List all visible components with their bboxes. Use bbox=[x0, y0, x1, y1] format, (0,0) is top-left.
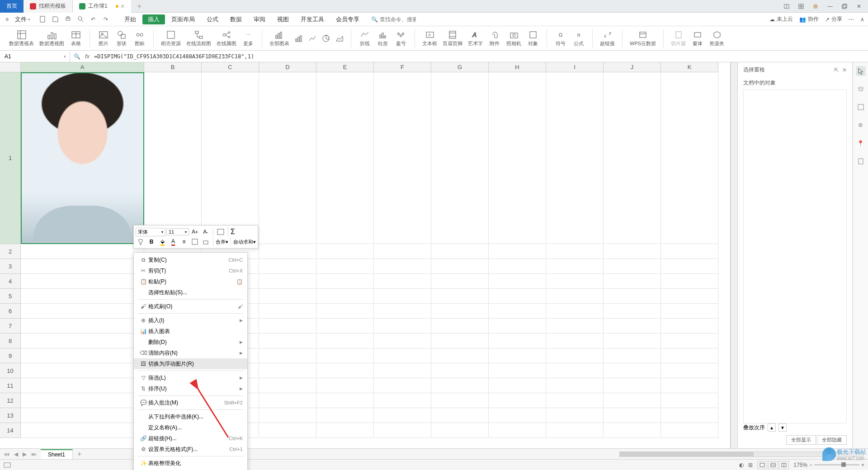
cell[interactable] bbox=[21, 274, 144, 289]
sparkline-winloss[interactable]: 盈亏 bbox=[392, 28, 410, 48]
cell[interactable] bbox=[259, 378, 316, 393]
col-D[interactable]: D bbox=[259, 62, 316, 72]
cell[interactable] bbox=[546, 378, 604, 393]
cell[interactable] bbox=[604, 244, 661, 259]
cell[interactable] bbox=[21, 393, 144, 408]
camera[interactable]: 照相机 bbox=[504, 28, 524, 48]
cell[interactable] bbox=[259, 348, 316, 363]
bring-forward[interactable]: ▲ bbox=[768, 423, 776, 432]
cell[interactable] bbox=[489, 408, 546, 423]
ctx-[interactable]: 📊插入图表 bbox=[134, 326, 247, 337]
row-5[interactable]: 5 bbox=[0, 289, 21, 304]
cell[interactable] bbox=[661, 334, 718, 348]
chart1[interactable] bbox=[292, 32, 306, 45]
cell[interactable] bbox=[21, 363, 144, 378]
symbol[interactable]: Ω符号 bbox=[552, 28, 570, 48]
layers-icon[interactable] bbox=[856, 84, 866, 94]
hide-all-button[interactable]: 全部隐藏 bbox=[817, 435, 847, 445]
cell[interactable] bbox=[604, 259, 661, 274]
ctx-T[interactable]: ✂剪切(T)Ctrl+X bbox=[134, 265, 247, 276]
cell[interactable] bbox=[259, 304, 316, 319]
cell[interactable] bbox=[259, 423, 316, 438]
cell[interactable] bbox=[202, 72, 259, 244]
col-F[interactable]: F bbox=[374, 62, 431, 72]
tab-dev[interactable]: 开发工具 bbox=[295, 13, 330, 26]
cell[interactable] bbox=[259, 72, 316, 244]
ctx-H[interactable]: 🔗超链接(H)...Ctrl+K bbox=[134, 433, 247, 444]
cell[interactable] bbox=[489, 363, 546, 378]
cell[interactable] bbox=[546, 72, 604, 244]
cell[interactable] bbox=[546, 423, 604, 438]
pivot-chart[interactable]: 数据透视图 bbox=[37, 28, 67, 48]
autosum-dropdown[interactable]: 自动求和▾ bbox=[233, 237, 256, 246]
cell[interactable] bbox=[661, 274, 718, 289]
selected-cell-A1[interactable] bbox=[21, 72, 144, 244]
cell[interactable] bbox=[604, 289, 661, 304]
undo-icon[interactable]: ↶ bbox=[89, 15, 97, 24]
row-2[interactable]: 2 bbox=[0, 244, 21, 259]
wordart[interactable]: A艺术字 bbox=[465, 28, 486, 48]
pivot-table[interactable]: 数据透视表 bbox=[6, 28, 37, 48]
ctx-N[interactable]: ⌫清除内容(N)▶ bbox=[134, 348, 247, 358]
cell[interactable] bbox=[374, 378, 431, 393]
flowchart[interactable]: 在线流程图 bbox=[184, 28, 214, 48]
cell[interactable] bbox=[374, 334, 431, 348]
cell[interactable] bbox=[604, 304, 661, 319]
ctx-S[interactable]: 选择性粘贴(S)... bbox=[134, 287, 247, 298]
cell[interactable] bbox=[374, 289, 431, 304]
object[interactable]: 对象 bbox=[524, 28, 542, 48]
name-box[interactable]: A1 bbox=[0, 51, 70, 62]
collapse-ribbon[interactable]: ∧ bbox=[860, 16, 864, 23]
cell[interactable] bbox=[489, 348, 546, 363]
minimize-button[interactable]: — bbox=[824, 1, 836, 12]
normal-view[interactable] bbox=[757, 461, 767, 469]
sheet-tab[interactable]: Sheet1 bbox=[41, 449, 73, 459]
row-3[interactable]: 3 bbox=[0, 259, 21, 274]
mindmap[interactable]: 在线脑图 bbox=[214, 28, 239, 48]
grid-icon[interactable] bbox=[795, 1, 807, 12]
resource[interactable]: 资源夹 bbox=[707, 28, 727, 48]
file-menu[interactable]: 文件▾ bbox=[11, 14, 34, 25]
status-icon[interactable] bbox=[4, 462, 11, 468]
cell[interactable] bbox=[431, 319, 489, 334]
show-all-button[interactable]: 全部显示 bbox=[786, 435, 816, 445]
sheet-last[interactable]: ⏭ bbox=[30, 451, 38, 457]
equation[interactable]: π公式 bbox=[570, 28, 588, 48]
tab-document[interactable]: 工作簿1✕ bbox=[73, 0, 131, 13]
cell[interactable] bbox=[431, 259, 489, 274]
cell[interactable] bbox=[21, 408, 144, 423]
col-C[interactable]: C bbox=[202, 62, 259, 72]
cell[interactable] bbox=[431, 289, 489, 304]
cell[interactable] bbox=[21, 319, 144, 334]
icons[interactable]: 图标 bbox=[131, 28, 149, 48]
vscroll[interactable] bbox=[731, 62, 738, 448]
tab-new[interactable]: + bbox=[131, 2, 148, 10]
row-4[interactable]: 4 bbox=[0, 274, 21, 289]
sparkline-col[interactable]: 柱形 bbox=[374, 28, 392, 48]
select-all-corner[interactable] bbox=[0, 62, 21, 72]
ctx-P[interactable]: 📋粘贴(P)📋 bbox=[134, 276, 247, 287]
cell[interactable] bbox=[431, 393, 489, 408]
print-icon[interactable] bbox=[64, 15, 72, 24]
cell[interactable] bbox=[21, 378, 144, 393]
cell[interactable] bbox=[374, 259, 431, 274]
cell[interactable] bbox=[374, 304, 431, 319]
cell[interactable] bbox=[259, 319, 316, 334]
slicer[interactable]: 切片器 bbox=[668, 28, 689, 48]
tab-layout[interactable]: 页面布局 bbox=[166, 13, 200, 26]
selection-pane-list[interactable] bbox=[743, 89, 847, 423]
cell[interactable] bbox=[21, 423, 144, 438]
cell[interactable] bbox=[259, 363, 316, 378]
settings-icon[interactable]: ⚙ bbox=[856, 120, 866, 130]
fit-icon[interactable] bbox=[856, 102, 866, 112]
cell[interactable] bbox=[661, 378, 718, 393]
add-sheet[interactable]: + bbox=[73, 450, 86, 458]
redo-icon[interactable]: ↷ bbox=[102, 15, 110, 24]
col-A[interactable]: A bbox=[21, 62, 144, 72]
cell[interactable] bbox=[431, 363, 489, 378]
pane-close-icon[interactable]: ✕ bbox=[842, 67, 847, 73]
row-10[interactable]: 10 bbox=[0, 363, 21, 378]
zoom-slider[interactable] bbox=[814, 464, 859, 465]
picture[interactable]: 图片 bbox=[94, 28, 113, 48]
preview-icon[interactable] bbox=[76, 15, 85, 24]
